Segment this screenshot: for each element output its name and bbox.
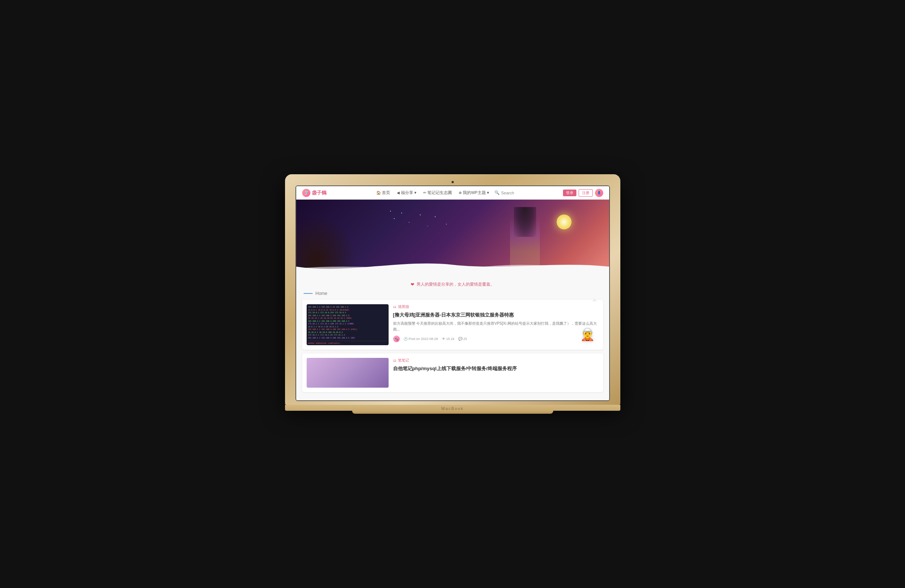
category-icon-2: 🗂: [393, 358, 397, 362]
tagline-text: 男人的愛情是分享的，女人的愛情是覆蓋。: [416, 282, 494, 287]
nav-notebook[interactable]: ✏ 笔记记生志圃: [422, 189, 453, 196]
breadcrumb-line: [304, 293, 313, 294]
code-line: 192.168.3.1 192.168.3.200 192.168.3.7: [308, 320, 387, 323]
search-icon: 🔍: [494, 190, 500, 195]
views-icon: 👁: [442, 337, 445, 341]
post-content-2: 🗂 笔笔记 自他笔记php/mysql上线下载服务/中转服务/终端服务程序: [393, 358, 599, 388]
hero-wave: [296, 255, 609, 274]
post-content-1: 🗂 墙黑猫 [撸大母鸡]亚洲服务器-日本东京三网软银独立服务器特惠 前方高能预警…: [393, 304, 599, 345]
post-title-1[interactable]: [撸大母鸡]亚洲服务器-日本东京三网软银独立服务器特惠: [393, 312, 599, 319]
code-line: 10.0.0.1 10.0.0.14 10.0.0.3 [BLOCKED]: [308, 309, 387, 312]
clock-icon: 🕐: [403, 337, 408, 341]
code-line: 172.16.2.1 172.16.2.50 172.16.2.3: [308, 334, 387, 337]
nav-links: 🏠 首页 ◀ 福分享 ▾ ✏ 笔记记生志圃 ⊕: [331, 189, 559, 196]
code-line: 192.168.1.1 192.168.1.14 192.168.1.3: [308, 306, 387, 309]
post-card-2: 🗂 笔笔记 自他笔记php/mysql上线下载服务/中转服务/终端服务程序: [302, 353, 603, 392]
site-logo[interactable]: 🎐 盏子鶴: [302, 189, 326, 197]
tagline-heart: ❤: [411, 282, 414, 287]
dropdown-arrow: ▾: [414, 190, 416, 195]
laptop-base: MacBook: [285, 405, 620, 411]
code-line: 172.16.1.1 172.16.1.100 172.16.1.3 [CONN…: [308, 322, 387, 325]
nav-share[interactable]: ◀ 福分享 ▾: [395, 189, 418, 196]
navbar: 🎐 盏子鶴 🏠 首页 ◀ 福分享 ▾: [296, 186, 609, 200]
camera: [452, 181, 454, 183]
home-icon: 🏠: [376, 191, 381, 195]
dropdown-arrow2: ▾: [487, 190, 489, 195]
post-card-1: 192.168.1.1 192.168.1.14 192.168.1.3 10.…: [302, 300, 603, 350]
post-thumbnail-2: [306, 358, 389, 388]
content-area: ❤ 男人的愛情是分享的，女人的愛情是覆蓋。 Home 192.168.1.1 1…: [296, 274, 609, 400]
search-area[interactable]: 🔍 Search: [494, 190, 514, 195]
speech-decoration: ふ、: [593, 298, 600, 302]
post-excerpt-1: 前方高能预警 今天推荐的比较高大尚，我不像那些造造只推荐VPS[Xi.网的站号提…: [393, 321, 599, 333]
code-line: 192.168.5.1 192.168.5.200 192.168.5.5 [O…: [308, 337, 387, 340]
notebook-icon: ✏: [423, 191, 426, 195]
screen: 🎐 盏子鶴 🏠 首页 ◀ 福分享 ▾: [295, 185, 610, 401]
post-category-2: 🗂 笔笔记: [393, 358, 599, 363]
post-thumbnail-1: 192.168.1.1 192.168.1.14 192.168.1.3 10.…: [306, 304, 389, 345]
register-button[interactable]: 注册: [579, 189, 593, 197]
code-line: 192.168.4.1 192.168.4.100 192.168.4.5 [F…: [308, 328, 387, 331]
nav-right: 登录 注册 👤: [563, 189, 603, 197]
macbook-label: MacBook: [285, 405, 620, 412]
breadcrumb: Home: [302, 291, 603, 296]
nav-home[interactable]: 🏠 首页: [375, 189, 392, 196]
comment-icon: 💬: [458, 337, 462, 341]
stars: [390, 211, 391, 211]
code-line: 10.20.0.1 10.20.0.100 10.20.0.3: [308, 331, 387, 334]
decoration-character-1: 🧝: [574, 320, 602, 348]
logo-icon: 🎐: [302, 189, 310, 197]
post-category-1: 🗂 墙黑猫: [393, 304, 599, 309]
category-icon: 🗂: [393, 305, 397, 309]
code-line: 10.0.1.1 10.0.1.50 10.0.1.3: [308, 325, 387, 328]
post-meta-1: 🐾 🕐 Post on 2022-08-28 👁 15.1k: [393, 336, 599, 342]
website-content: 🎐 盏子鶴 🏠 首页 ◀ 福分享 ▾: [296, 186, 609, 400]
logo-text: 盏子鶴: [312, 190, 326, 196]
breadcrumb-label: Home: [316, 291, 327, 296]
code-line: 192.168.2.1 192.168.2.100 192.168.2.5: [308, 314, 387, 317]
laptop-container: 🎐 盏子鶴 🏠 首页 ◀ 福分享 ▾: [285, 174, 620, 414]
post-comments: 💬 25: [458, 337, 467, 341]
login-button[interactable]: 登录: [563, 190, 576, 196]
author-avatar-1: 🐾: [393, 336, 400, 342]
nav-wp-theme[interactable]: ⊕ 我的WP主题 ▾: [457, 189, 491, 196]
laptop-stand: [352, 411, 553, 414]
post-date: 🕐 Post on 2022-08-28: [403, 337, 438, 341]
tagline: ❤ 男人的愛情是分享的，女人的愛情是覆蓋。: [302, 279, 603, 291]
code-line: 172.16.0.1 172.16.0.254 172.16.0.3: [308, 311, 387, 314]
code-line: 10.10.10.1 10.10.10.50 10.10.10.3 [ERR]: [308, 317, 387, 320]
post-views: 👁 15.1k: [442, 337, 454, 341]
post-title-2[interactable]: 自他笔记php/mysql上线下载服务/中转服务/终端服务程序: [393, 365, 599, 372]
hero-section: [296, 200, 609, 274]
screen-bezel: 🎐 盏子鶴 🏠 首页 ◀ 福分享 ▾: [285, 174, 620, 405]
share-icon: ◀: [397, 191, 400, 195]
wp-icon: ⊕: [459, 191, 462, 195]
character-hair: [514, 207, 536, 237]
user-avatar[interactable]: 👤: [595, 189, 603, 197]
